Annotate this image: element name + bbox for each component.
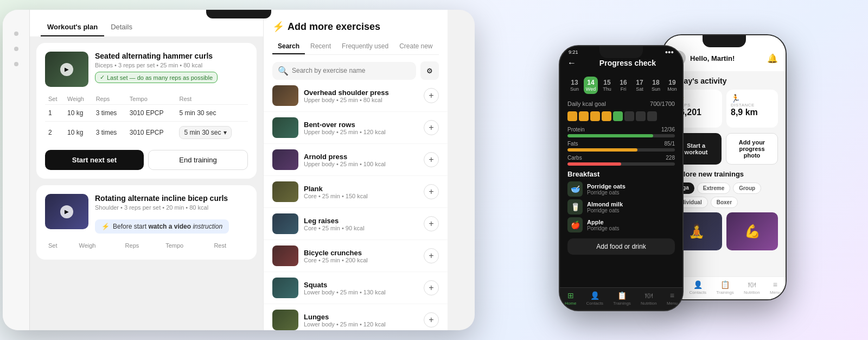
nav-item[interactable]: ⊞Home [565,291,576,306]
play-button-1[interactable]: ▶ [60,63,73,76]
exercise-title-1: Seated alternating hammer curls [95,52,218,60]
add-exercise-button[interactable]: + [424,216,439,231]
distance-label: DISTANCE [731,103,774,108]
category-chips: YogaExtremeGroupIndividualBoxer [671,182,778,208]
search-tab-create[interactable]: Create new [394,39,438,54]
day-label: Sun [570,86,579,92]
kcal-dot-4 [602,111,611,121]
nav-item[interactable]: ≡Menu [667,291,678,306]
tablet-container: Workout's plan Details ▶ Seated alternat… [0,0,477,340]
col-tempo: Tempo [126,93,176,105]
search-input[interactable] [292,67,411,74]
day-chip[interactable]: 18Sun [649,77,663,94]
nav-label: Menu [667,301,678,306]
kcal-goal-label: Daily kcal goal [567,100,606,107]
meal-icon: 🥛 [567,199,583,215]
nav-item[interactable]: 👤Contacts [690,280,707,295]
nav-item[interactable]: 🍽Nutrition [744,280,760,295]
add-exercise-button[interactable]: + [424,152,439,167]
phone-progress-check: 9:21 ●●● ← Progress check 13Sun14Wed15Th… [559,45,684,311]
col-reps: Reps [93,93,126,105]
back-button[interactable]: ← [567,58,576,68]
exercise-item-meta: Upper body • 25 min • 80 kcal [304,97,418,103]
fats-bar [567,148,637,152]
col-rest-2: Rest [210,240,248,251]
before-start-badge[interactable]: ⚡ Before start watch a video instruction [95,219,229,234]
add-exercise-button[interactable]: + [424,248,439,263]
search-tab-frequently[interactable]: Frequently used [336,39,394,54]
category-chip[interactable]: Group [733,182,761,194]
meal-name: Almond milk [587,201,623,207]
search-box[interactable]: 🔍 [272,62,416,80]
nav-item[interactable]: 📋Trainings [716,280,734,295]
lightning-icon: ⚡ [272,21,284,33]
exercise-item-meta: Upper body • 25 min • 100 kcal [304,161,418,167]
day-label: Sun [652,86,660,92]
tablet-notch [206,10,271,18]
start-next-set-button[interactable]: Start next set [45,150,144,170]
nav-label: Trainings [613,301,631,306]
set-rest: 5 min 30 sec ▾ [176,122,248,144]
play-button-2[interactable]: ▶ [60,205,73,218]
filter-button[interactable]: ⚙ [420,61,439,80]
exercise-name: Squats [304,281,418,289]
sidebar-dot-3 [14,62,18,66]
day-chip[interactable]: 19Mon [665,77,679,94]
nav-label: Contacts [586,301,604,306]
table-row: 1 10 kg 3 times 3010 EPCP 5 min 30 sec [45,105,248,122]
add-exercise-button[interactable]: + [424,184,439,199]
nav-item[interactable]: 👤Contacts [586,291,604,306]
add-exercise-button[interactable]: + [424,120,439,135]
carbs-label: Carbs [567,155,582,161]
add-exercise-button[interactable]: + [424,88,439,103]
nav-label: Nutrition [641,301,657,306]
nav-item[interactable]: 📋Trainings [613,291,631,306]
rest-select[interactable]: 5 min 30 sec ▾ [179,126,231,139]
day-chip[interactable]: 14Wed [584,77,598,94]
explore-card-2[interactable]: 💪 [726,212,778,250]
search-icon: 🔍 [278,66,289,76]
exercise-item-info: Arnold press Upper body • 25 min • 100 k… [304,153,418,167]
nav-icon: ≡ [773,280,777,289]
phone-1-screen: 9:21 ●●● ← Progress check 13Sun14Wed15Th… [560,46,682,310]
kcal-dot-8 [647,111,657,121]
nav-label: Nutrition [744,290,760,295]
exercise-item-meta: Core • 25 min • 90 kcal [304,225,418,231]
day-chip[interactable]: 15Thu [600,77,614,94]
end-training-button[interactable]: End training [148,150,248,170]
nav-item[interactable]: 🍽Nutrition [641,291,657,306]
nav-icon: 🍽 [645,291,653,300]
tab-details[interactable]: Details [104,18,139,36]
search-tab-recent[interactable]: Recent [305,39,336,54]
kcal-dots [567,111,675,121]
exercise-name: Leg raises [304,217,418,225]
exercise-thumb-1: ▶ [45,52,88,87]
nav-item[interactable]: ≡Menu [770,280,781,295]
list-item: Squats Lower body • 25 min • 130 kcal + [264,272,448,304]
category-chip[interactable]: Boxer [711,197,738,208]
set-num: 2 [45,122,64,144]
exercise-item-meta: Core • 25 min • 200 kcal [304,257,418,263]
meal-sub: Porridge oats [587,225,619,231]
tab-workout-plan[interactable]: Workout's plan [41,18,104,36]
day-chip[interactable]: 16Fri [616,77,630,94]
exercise-info-2: Rotating alternate incline bicep curls S… [95,194,229,234]
progress-photo-button[interactable]: Add your progress photo [726,133,778,165]
add-food-button[interactable]: Add food or drink [567,238,675,255]
bell-icon[interactable]: 🔔 [767,53,778,64]
list-item: Lunges Lower body • 25 min • 120 kcal + [264,304,448,330]
day-chip[interactable]: 13Sun [567,77,582,94]
search-panel: ⚡ Add more exercises Search Recent Frequ… [263,10,448,330]
day-chip[interactable]: 17Sat [633,77,647,94]
exercise-header-2: ▶ Rotating alternate incline bicep curls… [45,194,248,234]
category-chip[interactable]: Extreme [697,182,730,194]
add-exercise-button[interactable]: + [424,312,439,328]
search-tab-search[interactable]: Search [272,39,305,54]
add-exercise-button[interactable]: + [424,280,439,295]
workout-cta-row: Start a workout Add your progress photo [671,133,778,165]
phone-1-signal: ●●● [665,49,674,55]
nav-icon: 📋 [720,280,730,289]
exercise-item-info: Overhead shoulder press Upper body • 25 … [304,89,418,103]
nav-icon: 📋 [617,291,627,300]
meal-icon: 🥣 [567,181,583,197]
